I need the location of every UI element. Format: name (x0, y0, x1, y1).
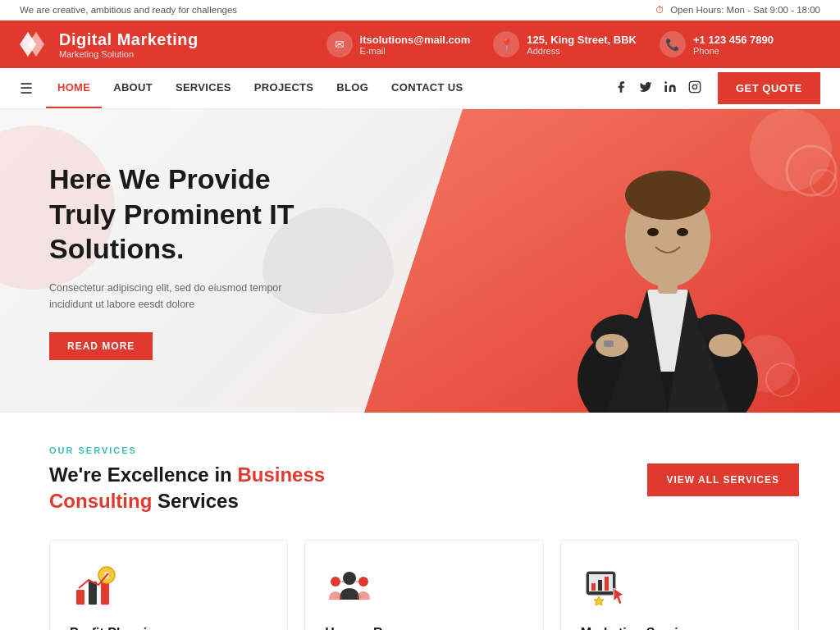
services-title: We're Excellence in Business Consulting … (49, 462, 325, 515)
logo-area: Digital Marketing Marketing Solution (20, 29, 280, 60)
marketing-services-icon (581, 564, 630, 613)
instagram-icon[interactable] (688, 80, 701, 96)
services-title-area: OUR SERVICES We're Excellence in Busines… (49, 445, 325, 515)
address-label: Address (527, 46, 637, 56)
service-cards: $ Profit Planning Consectetur adipiscing… (49, 540, 799, 630)
clock-icon: ⏱ (655, 5, 665, 15)
hero-person (553, 126, 783, 413)
svg-rect-25 (604, 340, 614, 347)
social-links (614, 80, 701, 96)
nav-about[interactable]: ABOUT (102, 68, 164, 108)
phone-value: +1 123 456 7890 (693, 34, 774, 46)
svg-rect-38 (591, 583, 596, 591)
service-card-profit: $ Profit Planning Consectetur adipiscing… (49, 540, 288, 630)
logo-text: Digital Marketing Marketing Solution (59, 30, 199, 59)
services-title-part1: We're Excellence in (49, 463, 237, 486)
facebook-icon[interactable] (614, 80, 628, 96)
services-header: OUR SERVICES We're Excellence in Busines… (49, 445, 799, 515)
phone-label: Phone (693, 46, 774, 56)
service-card-hr: Human Resources Consectetur adipiscing e… (304, 540, 543, 630)
hero-right-area (364, 109, 840, 413)
nav-blog[interactable]: BLOG (325, 68, 380, 108)
svg-point-32 (331, 577, 340, 587)
svg-point-18 (625, 171, 710, 220)
profit-planning-icon: $ (70, 564, 119, 613)
services-highlight1: Business (237, 463, 325, 486)
email-label: E-mail (360, 46, 471, 56)
services-label: OUR SERVICES (49, 445, 325, 455)
location-icon: 📍 (493, 31, 519, 57)
brand-tagline: Marketing Solution (59, 49, 199, 59)
top-bar-hours: ⏱ Open Hours: Mon - Sat 9:00 - 18:00 (655, 5, 820, 15)
svg-point-33 (358, 577, 368, 587)
svg-rect-3 (689, 81, 700, 92)
hero-content: Here We Provide Truly Prominent IT Solut… (0, 121, 353, 401)
phone-icon: 📞 (660, 31, 686, 57)
address-value: 125, King Street, BBK (527, 34, 637, 46)
hero-section: Here We Provide Truly Prominent IT Solut… (0, 109, 840, 413)
svg-point-2 (664, 81, 667, 84)
svg-point-19 (647, 228, 659, 236)
nav-projects[interactable]: PROJECTS (243, 68, 325, 108)
logo-icon (20, 29, 51, 60)
service-card-title-2: Human Resources (325, 626, 523, 630)
svg-marker-42 (594, 596, 604, 605)
brand-name: Digital Marketing (59, 30, 199, 49)
svg-point-24 (709, 334, 742, 357)
nav-home[interactable]: HOME (46, 68, 102, 108)
hamburger-icon[interactable]: ☰ (20, 80, 33, 98)
contact-phone: 📞 +1 123 456 7890 Phone (660, 31, 774, 57)
linkedin-icon[interactable] (664, 80, 677, 96)
get-quote-button[interactable]: GET QUOTE (718, 72, 820, 104)
services-highlight2: Consulting (49, 490, 152, 512)
service-card-title-3: Marketing Services (581, 626, 778, 630)
services-section: OUR SERVICES We're Excellence in Busines… (0, 413, 840, 630)
contact-email: ✉ itsolutions@mail.com E-mail (326, 31, 471, 57)
read-more-button[interactable]: READ MORE (49, 332, 153, 360)
contact-address: 📍 125, King Street, BBK Address (493, 31, 637, 57)
svg-point-31 (343, 572, 356, 585)
header-contact: ✉ itsolutions@mail.com E-mail 📍 125, Kin… (280, 31, 820, 57)
email-icon: ✉ (326, 31, 353, 57)
svg-point-4 (692, 84, 696, 89)
hero-title: Here We Provide Truly Prominent IT Solut… (49, 162, 312, 267)
svg-point-20 (677, 228, 688, 236)
service-card-title-1: Profit Planning (70, 626, 267, 630)
view-all-services-button[interactable]: VIEW ALL SERVICES (647, 463, 799, 496)
svg-marker-41 (614, 588, 623, 605)
service-card-marketing: Marketing Services Consectetur adipiscin… (560, 540, 799, 630)
svg-point-5 (697, 84, 698, 84)
top-bar: We are creative, ambitious and ready for… (0, 0, 840, 21)
nav-links: HOME ABOUT SERVICES PROJECTS BLOG CONTAC… (46, 68, 614, 108)
services-title-part2: Services (152, 490, 238, 512)
svg-rect-40 (605, 577, 609, 591)
top-bar-tagline: We are creative, ambitious and ready for… (20, 5, 237, 15)
svg-rect-27 (89, 582, 97, 605)
email-value: itsolutions@mail.com (360, 34, 471, 46)
site-header: Digital Marketing Marketing Solution ✉ i… (0, 21, 840, 68)
human-resources-icon (325, 564, 374, 613)
nav-contact[interactable]: CONTACT US (380, 68, 474, 108)
main-nav: ☰ HOME ABOUT SERVICES PROJECTS BLOG CONT… (0, 68, 840, 109)
svg-rect-39 (598, 580, 602, 591)
svg-rect-26 (76, 590, 84, 605)
nav-services[interactable]: SERVICES (164, 68, 243, 108)
twitter-icon[interactable] (639, 80, 652, 96)
hours-text: Open Hours: Mon - Sat 9:00 - 18:00 (670, 5, 820, 15)
hero-description: Consectetur adipiscing elit, sed do eius… (49, 280, 312, 313)
